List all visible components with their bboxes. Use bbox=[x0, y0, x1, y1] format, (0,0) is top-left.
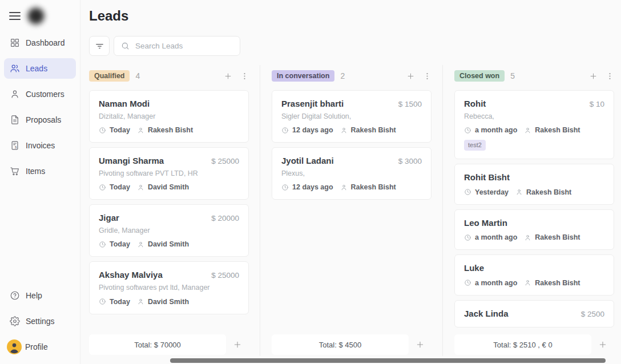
sidebar-item-settings[interactable]: Settings bbox=[4, 311, 76, 331]
column-cards: Naman ModiDizitaliz, ManagerTodayRakesh … bbox=[89, 90, 249, 334]
lead-card[interactable]: Akshay Malviya$ 25000Pivoting softwares … bbox=[89, 261, 249, 314]
lead-last-activity: Today bbox=[110, 298, 130, 306]
add-card-button[interactable] bbox=[591, 339, 614, 350]
board-column-closed-won: Closed won5Rohit$ 10Rebecca,a month agoR… bbox=[454, 68, 614, 355]
sidebar-item-label: Proposals bbox=[26, 115, 61, 124]
person-icon bbox=[340, 127, 348, 134]
lead-company: Dizitaliz, Manager bbox=[99, 112, 239, 122]
lead-owner: Rakesh Bisht bbox=[148, 126, 193, 134]
add-lead-button[interactable] bbox=[589, 72, 598, 80]
hamburger-menu-icon[interactable] bbox=[9, 12, 21, 20]
column-footer: Total: $ 4500 bbox=[272, 334, 432, 355]
person-icon bbox=[524, 279, 531, 286]
lead-amount: $ 20000 bbox=[211, 214, 239, 223]
clock-icon bbox=[464, 234, 471, 241]
lead-last-activity: Today bbox=[110, 240, 130, 248]
column-menu-button[interactable] bbox=[240, 72, 249, 80]
filter-button[interactable] bbox=[89, 36, 110, 56]
lead-amount: $ 2500 bbox=[581, 310, 604, 318]
lead-company: Pivoting softwares pvt ltd, Manager bbox=[99, 284, 239, 293]
lead-card-header: Akshay Malviya$ 25000 bbox=[99, 269, 239, 281]
column-count: 5 bbox=[510, 71, 515, 80]
lead-meta: YesterdayRakesh Bisht bbox=[464, 188, 604, 196]
lead-card[interactable]: Rohit$ 10Rebecca,a month agoRakesh Bisht… bbox=[454, 90, 614, 159]
lead-card-header: Jigar$ 20000 bbox=[99, 212, 239, 224]
lead-owner: David Smith bbox=[148, 240, 189, 248]
add-lead-button[interactable] bbox=[224, 72, 232, 80]
search-box[interactable] bbox=[114, 36, 240, 56]
sidebar-item-invoices[interactable]: $Invoices bbox=[4, 135, 76, 156]
customers-person-icon bbox=[10, 89, 20, 99]
lead-company: Gridle, Manager bbox=[99, 227, 239, 236]
sidebar-item-label: Customers bbox=[26, 90, 64, 99]
clock-icon bbox=[99, 298, 106, 305]
lead-meta: a month agoRakesh Bisht bbox=[464, 279, 604, 287]
lead-name: Rohit Bisht bbox=[464, 172, 510, 183]
lead-name: Jyotil Ladani bbox=[281, 155, 334, 167]
add-card-button[interactable] bbox=[226, 339, 249, 350]
lead-name: Rohit bbox=[464, 98, 486, 110]
lead-tags: test2 bbox=[464, 140, 604, 151]
lead-last-activity: Yesterday bbox=[475, 188, 509, 196]
lead-amount: $ 10 bbox=[590, 100, 604, 108]
add-lead-button[interactable] bbox=[406, 72, 415, 80]
column-menu-button[interactable] bbox=[423, 72, 432, 80]
sidebar-item-proposals[interactable]: Proposals bbox=[4, 110, 76, 130]
lead-amount: $ 3000 bbox=[398, 157, 422, 165]
lead-card[interactable]: Jyotil Ladani$ 3000Plexus,12 days agoRak… bbox=[272, 147, 432, 200]
column-count: 2 bbox=[340, 71, 345, 80]
lead-owner: Rakesh Bisht bbox=[535, 233, 580, 241]
column-cards: Rohit$ 10Rebecca,a month agoRakesh Bisht… bbox=[454, 90, 614, 334]
lead-meta: TodayRakesh Bisht bbox=[99, 126, 239, 134]
horizontal-scrollbar-thumb[interactable] bbox=[170, 358, 606, 363]
sidebar-item-leads[interactable]: Leads bbox=[4, 58, 76, 79]
lead-card[interactable]: Umangi Sharma$ 25000Pivoting software PV… bbox=[89, 147, 249, 200]
lead-card[interactable]: Leo Martina month agoRakesh Bisht bbox=[454, 209, 614, 250]
lead-meta: a month agoRakesh Bisht bbox=[464, 126, 604, 134]
sidebar-item-label: Help bbox=[26, 291, 42, 300]
sidebar-item-dashboard[interactable]: Dashboard bbox=[4, 33, 76, 53]
person-icon bbox=[137, 241, 144, 248]
sidebar-item-label: Settings bbox=[26, 317, 55, 326]
person-icon bbox=[137, 298, 144, 305]
clock-icon bbox=[281, 127, 289, 134]
lead-card[interactable]: Prasenjit bharti$ 1500Sigler Digital Sol… bbox=[272, 90, 432, 143]
lead-card[interactable]: Jack Linda$ 2500 bbox=[454, 300, 614, 328]
column-header: Qualified4 bbox=[89, 68, 249, 83]
sidebar-item-customers[interactable]: Customers bbox=[4, 84, 76, 104]
lead-card[interactable]: Jigar$ 20000Gridle, ManagerTodayDavid Sm… bbox=[89, 204, 249, 257]
lead-amount: $ 25000 bbox=[211, 157, 239, 165]
lead-card-header: Umangi Sharma$ 25000 bbox=[99, 155, 239, 167]
add-card-button[interactable] bbox=[409, 339, 432, 350]
search-input[interactable] bbox=[134, 41, 233, 51]
lead-last-activity: a month ago bbox=[475, 233, 517, 241]
lead-last-activity: 12 days ago bbox=[292, 126, 333, 134]
main-content: Leads Qualified4Naman ModiDizitaliz, Man… bbox=[80, 0, 621, 364]
app-root: DashboardLeadsCustomersProposals$Invoice… bbox=[0, 0, 621, 364]
lead-tag: test2 bbox=[464, 140, 486, 151]
lead-owner: David Smith bbox=[148, 298, 189, 306]
lead-name: Prasenjit bharti bbox=[281, 98, 344, 110]
svg-text:$: $ bbox=[15, 145, 17, 149]
lead-company: Rebecca, bbox=[464, 112, 604, 122]
sidebar-item-label: Items bbox=[26, 167, 45, 176]
lead-last-activity: a month ago bbox=[475, 126, 517, 134]
sidebar-item-profile[interactable]: Profile bbox=[4, 337, 76, 357]
plus-icon bbox=[598, 340, 607, 349]
lead-card[interactable]: Lukea month agoRakesh Bisht bbox=[454, 254, 614, 296]
lead-company: Pivoting software PVT LTD, HR bbox=[99, 169, 239, 179]
sidebar-item-help[interactable]: Help bbox=[4, 285, 76, 306]
column-total: Total: $ 70000 bbox=[89, 334, 226, 355]
lead-card[interactable]: Rohit BishtYesterdayRakesh Bisht bbox=[454, 164, 614, 205]
sidebar-nav: DashboardLeadsCustomersProposals$Invoice… bbox=[4, 33, 76, 181]
lead-amount: $ 25000 bbox=[211, 271, 239, 280]
lead-card[interactable]: Naman ModiDizitaliz, ManagerTodayRakesh … bbox=[89, 90, 249, 143]
lead-card-header: Jyotil Ladani$ 3000 bbox=[281, 155, 422, 167]
clock-icon bbox=[281, 184, 289, 191]
sidebar-header bbox=[4, 0, 76, 31]
sidebar-item-items[interactable]: Items bbox=[4, 161, 76, 181]
column-status-badge: Qualified bbox=[89, 70, 130, 82]
lead-owner: Rakesh Bisht bbox=[535, 126, 580, 134]
column-menu-button[interactable] bbox=[606, 72, 614, 80]
lead-owner: Rakesh Bisht bbox=[526, 188, 571, 196]
